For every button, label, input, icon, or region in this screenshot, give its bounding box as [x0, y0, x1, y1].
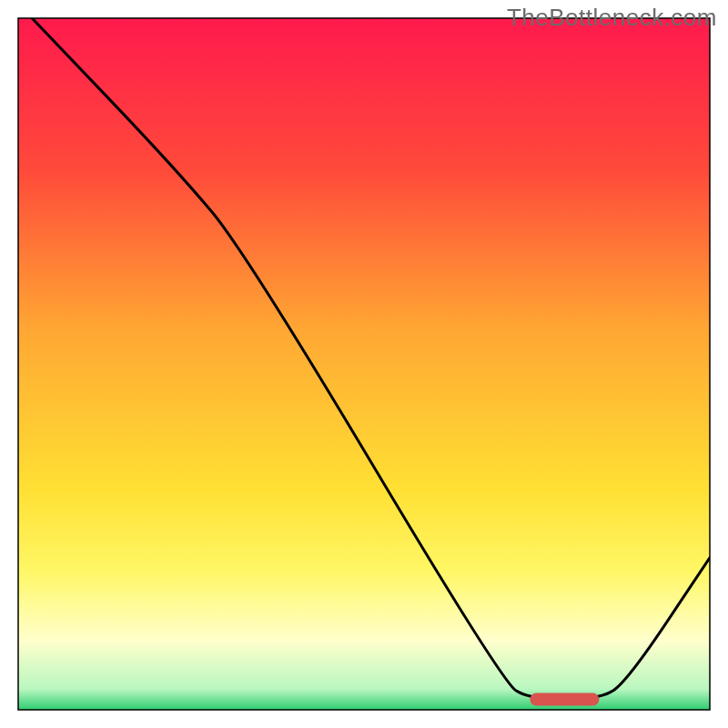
- optimal-range-marker: [530, 693, 599, 706]
- watermark-text: TheBottleneck.com: [507, 4, 717, 32]
- chart-canvas: [0, 0, 728, 728]
- bottleneck-chart: TheBottleneck.com: [0, 0, 728, 728]
- gradient-background: [18, 18, 710, 710]
